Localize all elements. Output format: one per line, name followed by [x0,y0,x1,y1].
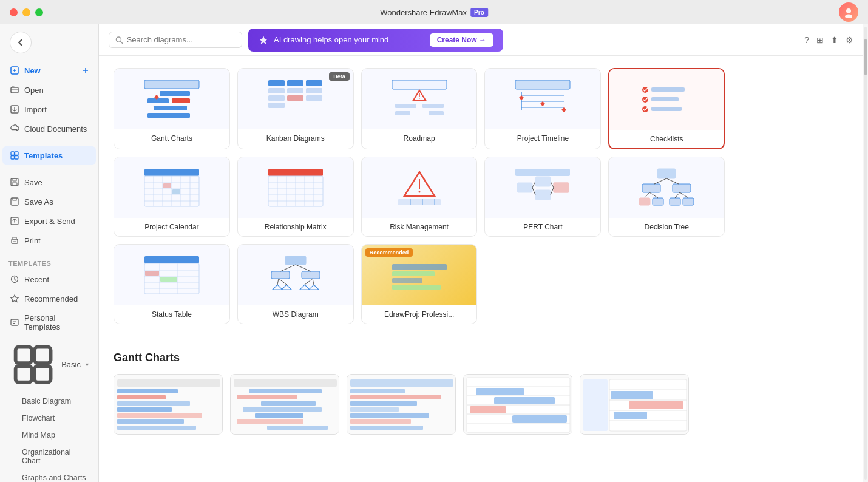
svg-rect-111 [268,169,323,176]
template-wbs-diagram[interactable]: WBS Diagram [237,244,354,324]
svg-rect-203 [350,419,411,424]
sidebar-sub-basic-diagram[interactable]: Basic Diagram [2,393,96,409]
app-title: Wondershare EdrawMax Pro [380,8,488,17]
template-checklists[interactable]: Checklists [608,68,725,149]
back-section [0,24,98,61]
svg-rect-174 [392,264,447,270]
minimize-button[interactable] [22,8,30,16]
gantt-thumb-svg-3 [347,375,456,435]
template-edrawproj[interactable]: Recommended EdrawProj: Professi... [361,244,478,324]
svg-rect-212 [476,388,524,395]
svg-line-135 [532,188,535,195]
upload-icon[interactable]: ⬆ [831,35,838,45]
template-risk-management[interactable]: Risk Management [361,157,478,237]
sidebar-category-basic[interactable]: Basic ▾ [2,337,96,392]
calendar-label: Project Calendar [114,218,229,236]
gantt-thumb-2[interactable] [230,374,339,435]
sidebar-sub-orgchart[interactable]: Organizational Chart [2,444,96,469]
svg-point-0 [846,8,851,13]
wbs-preview [265,253,326,297]
template-status-table[interactable]: Status Table [114,244,230,324]
timeline-preview [512,77,573,121]
gantt-thumb-3[interactable] [347,374,456,435]
rel-matrix-preview [265,166,326,209]
export-label: Export & Send [24,217,75,226]
saveas-label: Save As [24,197,53,206]
sidebar-item-recent[interactable]: Recent [2,270,96,288]
sidebar-item-new[interactable]: New [2,61,96,80]
title-bar: Wondershare EdrawMax Pro [0,0,868,24]
svg-rect-16 [11,198,18,205]
sidebar-item-print[interactable]: Print [2,231,96,249]
search-box[interactable] [109,32,242,48]
gantt-thumb-4[interactable] [463,374,572,435]
sidebar-item-import[interactable]: Import [2,100,96,118]
svg-rect-197 [350,379,453,387]
scrollbar-thumb[interactable] [864,39,867,75]
edrawproj-recommended-badge: Recommended [365,248,413,257]
sidebar-item-recommended[interactable]: Recommended [2,290,96,308]
search-icon [115,36,123,44]
sidebar-sub-flowchart[interactable]: Flowchart [2,410,96,426]
scrollbar[interactable] [863,24,868,482]
gantt-thumb-5[interactable] [580,374,689,435]
template-project-calendar[interactable]: Project Calendar [114,157,230,237]
svg-rect-69 [268,103,285,108]
svg-rect-133 [554,183,569,192]
maximize-button[interactable] [35,8,43,16]
template-kanban[interactable]: Beta [237,68,354,149]
svg-rect-180 [117,389,178,393]
ai-create-btn[interactable]: Create Now → [430,33,493,47]
template-gantt[interactable]: Gantt Charts [114,68,230,149]
svg-rect-185 [117,419,184,424]
svg-rect-217 [583,379,608,431]
settings-icon[interactable]: ⚙ [846,35,853,45]
gantt-thumb-svg-5 [580,375,689,435]
template-pert-chart[interactable]: PERT Chart [484,157,601,237]
templates-label: Templates [24,151,63,160]
sidebar-item-open[interactable]: Open [2,81,96,99]
svg-rect-56 [144,80,199,89]
svg-rect-159 [145,271,159,276]
svg-rect-143 [639,198,650,205]
sidebar-sub-graphs[interactable]: Graphs and Charts [2,470,96,482]
close-button[interactable] [10,8,18,16]
sidebar-item-templates[interactable]: Templates [2,146,96,165]
svg-rect-189 [249,389,322,393]
cloud-label: Cloud Documents [24,124,87,134]
svg-rect-224 [629,401,683,409]
pro-badge: Pro [470,8,488,17]
sidebar-item-personal-templates[interactable]: Personal Templates [2,309,96,336]
sidebar-item-save[interactable]: Save [2,173,96,191]
avatar[interactable] [839,2,858,22]
roadmap-label: Roadmap [362,129,477,148]
svg-rect-67 [268,88,285,93]
svg-point-1 [845,15,852,18]
sidebar-item-saveas[interactable]: Save As [2,192,96,211]
svg-rect-27 [16,366,32,382]
svg-marker-89 [519,95,524,100]
import-label: Import [24,105,47,114]
sidebar-item-export[interactable]: Export & Send [2,212,96,230]
help-icon[interactable]: ? [804,35,809,45]
sidebar-item-cloud[interactable]: Cloud Documents [2,120,96,138]
grid-icon[interactable]: ⊞ [816,35,824,45]
template-roadmap[interactable]: Roadmap [361,68,478,149]
ai-banner[interactable]: AI drawing helps open your mind Create N… [248,29,503,52]
svg-rect-7 [11,87,18,93]
svg-rect-15 [12,183,17,186]
search-input[interactable] [127,35,236,44]
svg-point-124 [418,191,420,193]
gantt-thumb-1[interactable] [114,374,223,435]
sidebar-sub-mindmap[interactable]: Mind Map [2,427,96,443]
toolbar: AI drawing helps open your mind Create N… [99,24,863,56]
rel-matrix-label: Relationship Matrix [238,218,353,236]
main-content: AI drawing helps open your mind Create N… [99,24,863,482]
template-decision-tree[interactable]: Decision Tree [608,157,725,237]
svg-rect-80 [422,104,444,108]
template-relationship-matrix[interactable]: Relationship Matrix [237,157,354,237]
svg-rect-65 [287,80,303,86]
template-project-timeline[interactable]: Project Timeline [484,68,601,149]
back-button[interactable] [10,32,32,53]
svg-line-164 [280,265,296,271]
